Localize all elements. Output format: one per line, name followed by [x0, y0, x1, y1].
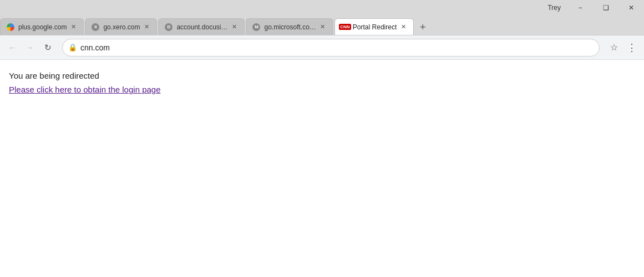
browser-toolbar: ← → ↻ 🔒 ☆ ⋮ — [0, 35, 644, 60]
tab-microsoft-favicon: M — [252, 23, 261, 32]
tab-docusign-label: account.docusi… — [176, 23, 227, 31]
tab-docusign-close[interactable]: ✕ — [230, 23, 239, 32]
bookmark-button[interactable]: ☆ — [606, 40, 622, 55]
redirect-link[interactable]: Please click here to obtain the login pa… — [9, 85, 161, 94]
tab-google-close[interactable]: ✕ — [69, 23, 78, 32]
tab-xero-label: go.xero.com — [103, 23, 140, 31]
minimize-button[interactable]: − — [567, 0, 593, 16]
tab-docusign[interactable]: D account.docusi… ✕ — [158, 18, 245, 35]
tab-xero-close[interactable]: ✕ — [142, 23, 151, 32]
menu-button[interactable]: ⋮ — [624, 40, 640, 55]
redirect-text: You are being redirected — [9, 71, 635, 80]
tab-microsoft-label: go.microsoft.co… — [264, 23, 316, 31]
new-tab-button[interactable]: + — [415, 19, 430, 35]
address-bar[interactable] — [80, 43, 594, 52]
tab-cnn-close[interactable]: ✕ — [399, 23, 408, 32]
lock-icon: 🔒 — [68, 43, 77, 52]
restore-button[interactable]: ❑ — [593, 0, 618, 16]
tab-cnn-favicon: CNN — [341, 23, 349, 32]
back-button[interactable]: ← — [4, 40, 20, 55]
tab-google[interactable]: plus.google.com ✕ — [0, 18, 84, 35]
tab-microsoft-close[interactable]: ✕ — [318, 23, 327, 32]
title-bar: Trey − ❑ ✕ — [0, 0, 644, 16]
tab-google-label: plus.google.com — [18, 23, 67, 31]
tab-xero[interactable]: X go.xero.com ✕ — [85, 18, 157, 35]
tab-microsoft[interactable]: M go.microsoft.co… ✕ — [246, 18, 333, 35]
forward-button[interactable]: → — [22, 40, 38, 55]
tab-google-favicon — [6, 23, 15, 32]
user-name: Trey — [541, 4, 567, 12]
tab-bar: plus.google.com ✕ X go.xero.com ✕ D acco… — [0, 16, 644, 35]
tab-cnn-label: Portal Redirect — [353, 23, 397, 31]
close-button[interactable]: ✕ — [618, 0, 644, 16]
address-bar-container[interactable]: 🔒 — [62, 39, 600, 57]
refresh-button[interactable]: ↻ — [40, 40, 55, 55]
tab-cnn[interactable]: CNN Portal Redirect ✕ — [334, 18, 414, 35]
tab-xero-favicon: X — [91, 23, 100, 32]
page-content: You are being redirected Please click he… — [0, 60, 644, 277]
tab-docusign-favicon: D — [164, 23, 173, 32]
window-controls: − ❑ ✕ — [567, 0, 644, 16]
